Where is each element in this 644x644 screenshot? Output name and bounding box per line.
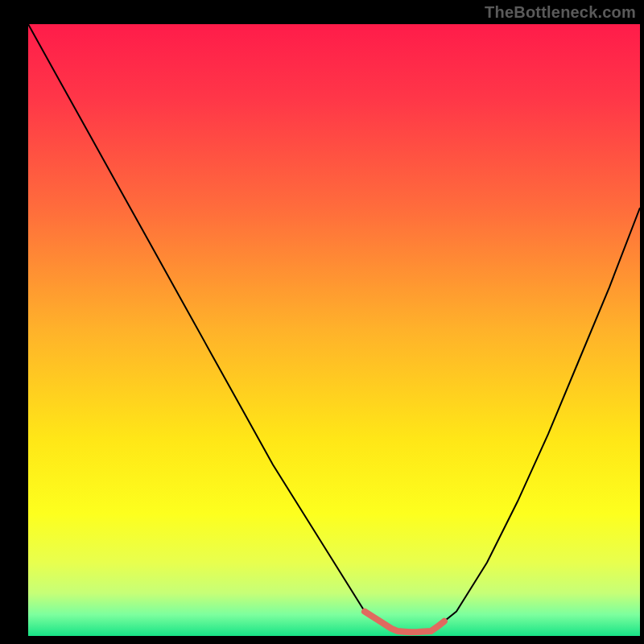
plot-area	[28, 24, 640, 636]
gradient-background	[28, 24, 640, 636]
chart-frame: TheBottleneck.com	[0, 0, 644, 644]
watermark-text: TheBottleneck.com	[485, 3, 636, 22]
bottleneck-chart	[28, 24, 640, 636]
